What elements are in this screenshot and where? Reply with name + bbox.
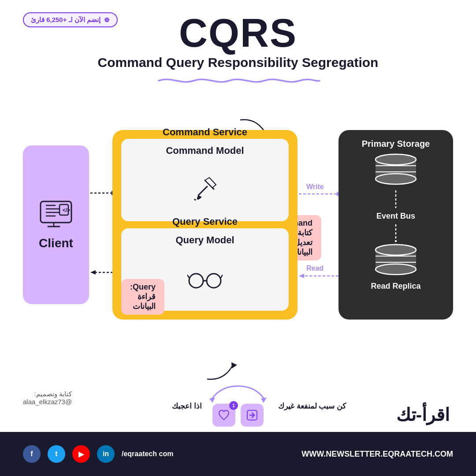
share-icon xyxy=(246,409,258,421)
query-label: Query: قراءة البيانات xyxy=(121,279,164,315)
event-bus-label: Event Bus xyxy=(376,212,415,221)
svg-point-38 xyxy=(376,245,416,255)
storage-box: Primary Storage Event Bus Read Replica xyxy=(338,130,453,320)
credit-line1: كتابة وتصميم: xyxy=(23,390,72,398)
brand-logo: اقرأ-تك xyxy=(396,405,450,425)
svg-point-37 xyxy=(376,264,416,275)
storage-title: Primary Storage xyxy=(362,139,430,149)
wavy-decoration xyxy=(154,74,322,87)
arrow-read xyxy=(299,272,343,279)
svg-line-15 xyxy=(198,186,207,195)
svg-marker-42 xyxy=(209,398,215,403)
read-label: Read xyxy=(306,264,324,272)
share-icons-row: 1 xyxy=(212,404,264,427)
svg-line-21 xyxy=(221,275,223,278)
svg-point-17 xyxy=(189,274,203,288)
read-replica-label: Read Replica xyxy=(371,282,420,291)
youtube-icon[interactable]: ▶ xyxy=(72,445,90,463)
read-replica-db-icon xyxy=(372,244,420,279)
social-handle: /eqraatech com xyxy=(122,450,173,458)
linkedin-icon[interactable]: in xyxy=(97,445,115,463)
like-icon-box[interactable]: 1 xyxy=(212,404,235,427)
write-label: Write xyxy=(306,183,324,191)
svg-marker-43 xyxy=(261,398,267,403)
social-icons: f t ▶ in /eqraatech com xyxy=(23,445,173,463)
query-service-label: Query Service xyxy=(121,216,289,227)
svg-point-18 xyxy=(207,274,221,288)
query-arrow xyxy=(203,357,242,383)
svg-marker-25 xyxy=(299,274,304,278)
title-area: CQRS Command Query Responsibility Segreg… xyxy=(0,13,476,89)
command-model-box: Command Service Command Model xyxy=(121,139,289,221)
share-text-left: اذا اعجبك xyxy=(172,402,202,411)
client-box: </> Client xyxy=(23,145,89,304)
svg-marker-13 xyxy=(90,270,96,275)
svg-marker-34 xyxy=(395,240,397,242)
credit-line2: @alaa_elkzaz73 xyxy=(23,398,72,405)
arrow-write xyxy=(299,190,343,197)
client-label: Client xyxy=(39,236,73,250)
main-title: CQRS xyxy=(0,13,476,53)
command-model-title: Command Model xyxy=(121,145,289,156)
subtitle: Command Query Responsibility Segregation xyxy=(0,55,476,70)
command-service-label: Command Service xyxy=(121,126,289,138)
facebook-icon[interactable]: f xyxy=(23,445,41,463)
primary-db-icon xyxy=(372,153,420,189)
svg-point-28 xyxy=(376,174,416,184)
monitor-icon: </> xyxy=(38,199,74,229)
query-model-title: Query Model xyxy=(121,234,289,246)
twitter-icon[interactable]: t xyxy=(48,445,65,463)
pen-icon xyxy=(190,177,220,203)
share-arrows xyxy=(194,382,282,404)
footer: f t ▶ in /eqraatech com WWW.NEWSLETTER.E… xyxy=(0,432,476,476)
svg-line-20 xyxy=(187,275,189,278)
website-url: WWW.NEWSLETTER.EQRAATECH.COM xyxy=(301,450,453,459)
svg-point-29 xyxy=(376,154,416,165)
share-text-right: كن سبب لمنفعة غيرك xyxy=(278,402,346,411)
event-bus-line-bot xyxy=(395,224,397,242)
svg-text:</>: </> xyxy=(63,207,70,213)
arabic-credit: كتابة وتصميم: @alaa_elkzaz73 xyxy=(23,390,72,405)
event-bus-line-top xyxy=(395,190,397,208)
heart-icon xyxy=(218,409,230,421)
glasses-icon xyxy=(187,270,223,290)
share-icon-box[interactable] xyxy=(241,404,264,427)
svg-marker-41 xyxy=(231,362,237,368)
